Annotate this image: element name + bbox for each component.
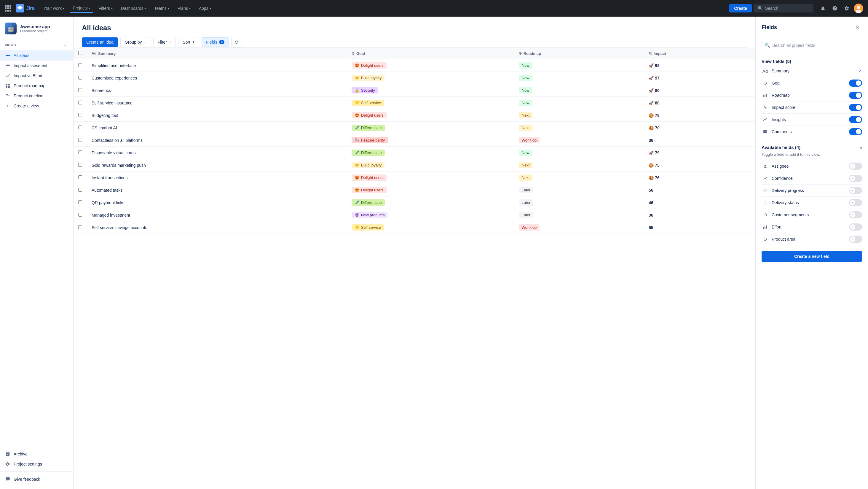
sidebar-item-archive[interactable]: Archive [0,449,73,459]
row-checkbox[interactable] [78,76,82,80]
roadmap-tag[interactable]: Later [519,212,534,218]
fields-close-button[interactable]: ✕ [852,23,862,32]
row-summary[interactable]: Contactless on all platforms [87,134,347,147]
goal-tag[interactable]: 🖊️ Differentiate [351,149,385,156]
goal-tag[interactable]: 😍 Delight users [351,62,386,68]
nav-teams[interactable]: Teams ▾ [151,4,172,12]
nav-your-work[interactable]: Your work ▾ [40,4,67,12]
row-roadmap[interactable]: Now [514,97,644,109]
sidebar-item-impact-vs-effort[interactable]: Impact vs Effort [0,70,73,81]
create-new-field-button[interactable]: Create a new field [762,251,862,262]
row-roadmap[interactable]: Next [514,122,644,134]
effort-toggle[interactable]: ✕ [849,224,862,231]
row-roadmap[interactable]: Won't do [514,221,644,234]
roadmap-tag[interactable]: Now [519,100,532,106]
goal-tag[interactable]: 🔒 Security [351,87,378,93]
create-idea-button[interactable]: Create an idea [82,37,118,47]
row-summary[interactable]: Automated tasks [87,184,347,196]
row-summary[interactable]: Self-service insurance [87,97,347,109]
goal-tag[interactable]: 😍 Delight users [351,187,386,193]
sort-button[interactable]: Sort + [178,37,199,47]
row-goal[interactable]: 😍 Delight users [347,109,514,122]
row-summary[interactable]: Budgeting tool [87,109,347,122]
row-goal[interactable]: 🎠 Feature parity [347,134,514,147]
row-checkbox[interactable] [78,125,82,130]
sidebar-item-impact-assesment[interactable]: Impact assesment [0,60,73,70]
row-roadmap[interactable]: Now [514,59,644,72]
row-goal[interactable]: 😍 Delight users [347,172,514,184]
add-view-button[interactable]: + [61,41,68,49]
row-roadmap[interactable]: Later [514,184,644,196]
nav-plans[interactable]: Plans ▾ [175,4,193,12]
roadmap-tag[interactable]: Won't do [519,224,540,231]
filter-button[interactable]: Filter + [153,37,176,47]
row-checkbox[interactable] [78,163,82,167]
group-by-button[interactable]: Group by + [120,37,151,47]
row-roadmap[interactable]: Later [514,196,644,209]
app-switcher[interactable] [5,5,11,11]
sidebar-item-project-settings[interactable]: Project settings [0,459,73,469]
goal-toggle[interactable] [849,80,862,87]
select-all-checkbox[interactable] [78,51,82,55]
row-goal[interactable]: 🖊️ Differentiate [347,122,514,134]
row-summary[interactable]: Customised experiences [87,72,347,84]
row-checkbox[interactable] [78,200,82,204]
roadmap-tag[interactable]: Next [519,112,533,118]
goal-tag[interactable]: 😍 Delight users [351,112,386,118]
sidebar-item-give-feedback[interactable]: Give feedback [0,474,73,484]
row-roadmap[interactable]: Won't do [514,134,644,147]
refresh-button[interactable] [231,37,242,48]
row-summary[interactable]: CS chatbot AI [87,122,347,134]
row-roadmap[interactable]: Now [514,147,644,159]
sidebar-item-product-timeline[interactable]: Product timeline [0,91,73,101]
delivery-progress-toggle[interactable]: ✕ [849,187,862,194]
row-summary[interactable]: Biometrics [87,84,347,97]
roadmap-tag[interactable]: Now [519,75,532,81]
nav-filters[interactable]: Filters ▾ [96,4,116,12]
roadmap-tag[interactable]: Later [519,187,534,193]
goal-tag[interactable]: 🤝 Build loyalty [351,162,384,168]
row-checkbox[interactable] [78,175,82,179]
row-roadmap[interactable]: Now [514,84,644,97]
global-search[interactable]: 🔍 [754,4,813,12]
roadmap-tag[interactable]: Now [519,87,532,93]
row-roadmap[interactable]: Next [514,159,644,172]
fields-button[interactable]: Fields 6 [202,37,228,47]
row-roadmap[interactable]: Next [514,172,644,184]
row-summary[interactable]: Simplified user interface [87,59,347,72]
nav-projects[interactable]: Projects ▾ [70,4,93,13]
row-checkbox[interactable] [78,225,82,229]
row-checkbox[interactable] [78,188,82,192]
goal-tag[interactable]: 🖊️ Differentiate [351,199,385,206]
row-checkbox[interactable] [78,100,82,105]
search-input[interactable] [765,6,810,11]
summary-column-header[interactable]: Aα Summary [87,48,347,59]
row-goal[interactable]: 💛 Self service [347,97,514,109]
row-summary[interactable]: Managed investment [87,209,347,221]
settings-icon[interactable] [842,4,851,13]
roadmap-tag[interactable]: Next [519,162,533,168]
row-checkbox[interactable] [78,63,82,67]
row-goal[interactable]: 🖊️ Differentiate [347,147,514,159]
row-summary[interactable]: Self service: savings accounts [87,221,347,234]
row-roadmap[interactable]: Later [514,209,644,221]
row-summary[interactable]: Gold rewards marketing push [87,159,347,172]
sidebar-item-all-ideas[interactable]: All ideas [0,51,73,60]
goal-tag[interactable]: 💛 Self service [351,224,384,231]
chevron-icon[interactable]: ▾ [860,146,862,150]
roadmap-tag[interactable]: Won't do [519,137,540,143]
create-button[interactable]: Create [729,4,752,12]
avatar[interactable] [854,4,863,13]
delivery-status-toggle[interactable]: ✕ [849,199,862,206]
comments-toggle[interactable] [849,128,862,135]
jira-logo[interactable]: Jira [16,4,34,12]
sidebar-item-product-roadmap[interactable]: Product roadmap [0,81,73,91]
roadmap-column-header[interactable]: ⊙ Roadmap [514,48,644,59]
row-goal[interactable]: 💛 Self service [347,221,514,234]
row-goal[interactable]: 🔒 Security [347,84,514,97]
row-checkbox[interactable] [78,113,82,117]
sidebar-item-create-view[interactable]: + Create a view [0,101,73,111]
row-summary[interactable]: Disposable virtual cards [87,147,347,159]
roadmap-tag[interactable]: Now [519,149,532,156]
row-summary[interactable]: Instant transactions [87,172,347,184]
